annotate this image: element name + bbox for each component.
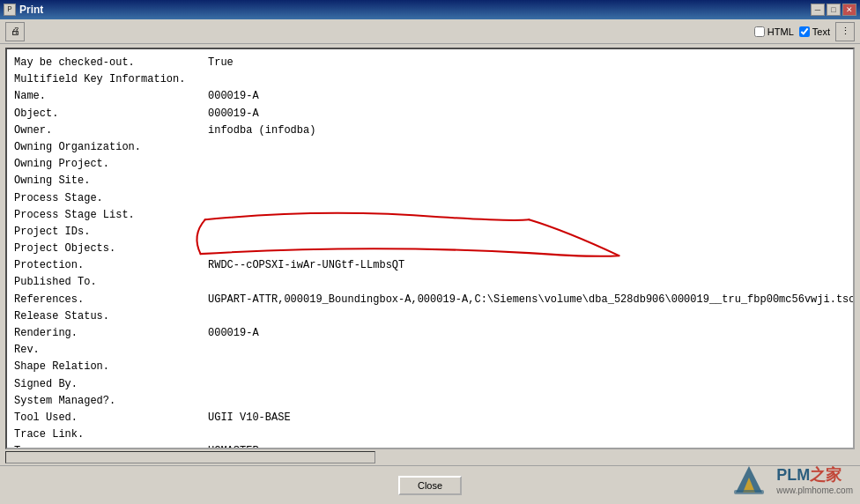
prop-value: UGPART-ATTR,000019_Boundingbox-A,000019-…	[208, 292, 853, 308]
prop-name: Protection.	[14, 257, 208, 274]
table-row: Rev.	[14, 342, 846, 359]
table-row: Multifield Key Information.	[14, 71, 846, 88]
table-row: Tool Used. UGII V10-BASE	[14, 410, 846, 426]
prop-name: Owner.	[14, 122, 208, 139]
table-row: References. UGPART-ATTR,000019_Boundingb…	[14, 292, 846, 308]
prop-name: Rendering.	[14, 325, 208, 342]
window-controls[interactable]: ─ □ ✕	[811, 4, 856, 16]
maximize-button[interactable]: □	[827, 4, 841, 16]
prop-name: Shape Relation.	[14, 359, 208, 375]
prop-name: Project IDs.	[14, 224, 208, 241]
table-row: Rendering. 000019-A	[14, 325, 846, 342]
prop-name: Process Stage List.	[14, 207, 208, 224]
html-checkbox-item: HTML	[754, 26, 794, 37]
prop-value: 000019-A	[208, 106, 259, 122]
window-title: Print	[19, 4, 43, 16]
table-row: Process Stage.	[14, 190, 846, 207]
prop-value: UGMASTER	[208, 443, 259, 448]
text-checkbox[interactable]	[799, 26, 810, 37]
toolbar-left: 🖨	[5, 22, 25, 41]
prop-name: Owning Organization.	[14, 139, 208, 156]
prop-value: 000019-A	[208, 325, 259, 342]
prop-name: Object.	[14, 106, 208, 122]
options-icon[interactable]: ⋮	[835, 22, 855, 41]
table-row: Owner. infodba (infodba)	[14, 122, 846, 139]
table-row: Owning Site.	[14, 173, 846, 189]
prop-name: Rev.	[14, 342, 208, 359]
toolbar: 🖨 HTML Text ⋮	[0, 19, 860, 44]
prop-value: 000019-A	[208, 88, 259, 105]
table-row: Type. UGMASTER	[14, 443, 846, 448]
minimize-button[interactable]: ─	[811, 4, 825, 16]
prop-name: Type.	[14, 443, 208, 448]
table-row: Trace Link.	[14, 426, 846, 443]
watermark-text: PLM之家 www.plmhome.com	[776, 464, 853, 495]
table-row: Protection. RWDC--cOPSXI-iwAr-UNGtf-LLmb…	[14, 257, 846, 274]
prop-name: Multifield Key Information.	[14, 71, 208, 88]
prop-name: System Managed?.	[14, 393, 208, 410]
app-icon: P	[4, 4, 16, 16]
main-content: May be checked-out. TrueMultifield Key I…	[0, 44, 860, 465]
watermark-title: PLM之家	[776, 464, 841, 485]
table-row: Shape Relation.	[14, 359, 846, 375]
prop-value: RWDC--cOPSXI-iwAr-UNGtf-LLmbsQT	[208, 257, 404, 274]
table-row: System Managed?.	[14, 393, 846, 410]
window-close-button[interactable]: ✕	[842, 4, 856, 16]
html-checkbox[interactable]	[754, 26, 765, 37]
watermark: PLM之家 www.plmhome.com	[727, 462, 853, 497]
table-row: Name. 000019-A	[14, 88, 846, 105]
horizontal-scrollbar[interactable]	[5, 451, 375, 463]
watermark-home: 之家	[810, 466, 841, 484]
text-checkbox-item: Text	[799, 26, 830, 37]
table-row: Owning Project.	[14, 156, 846, 173]
table-row: Project Objects.	[14, 241, 846, 257]
watermark-url: www.plmhome.com	[776, 485, 853, 495]
table-row: Signed By.	[14, 376, 846, 393]
watermark-logo-icon	[727, 462, 771, 497]
table-row: Published To.	[14, 274, 846, 291]
scroll-area[interactable]: May be checked-out. TrueMultifield Key I…	[5, 48, 855, 449]
prop-name: Published To.	[14, 274, 208, 291]
table-row: Release Status.	[14, 308, 846, 325]
prop-name: Process Stage.	[14, 190, 208, 207]
prop-name: Tool Used.	[14, 410, 208, 426]
prop-name: Release Status.	[14, 308, 208, 325]
prop-value: True	[208, 55, 234, 71]
html-label[interactable]: HTML	[767, 26, 794, 37]
prop-value: UGII V10-BASE	[208, 410, 291, 426]
prop-name: References.	[14, 292, 208, 308]
title-bar: P Print ─ □ ✕	[0, 0, 860, 19]
watermark-plm: PLM	[776, 466, 810, 484]
prop-name: Owning Site.	[14, 173, 208, 189]
text-label[interactable]: Text	[812, 26, 830, 37]
table-row: Project IDs.	[14, 224, 846, 241]
svg-rect-2	[734, 490, 764, 494]
printer-icon[interactable]: 🖨	[5, 22, 25, 41]
table-row: Object. 000019-A	[14, 106, 846, 122]
prop-value: infodba (infodba)	[208, 122, 315, 139]
prop-name: Signed By.	[14, 376, 208, 393]
prop-name: Owning Project.	[14, 156, 208, 173]
table-row: Process Stage List.	[14, 207, 846, 224]
content-text[interactable]: May be checked-out. TrueMultifield Key I…	[7, 49, 853, 448]
title-bar-left: P Print	[4, 4, 43, 16]
table-row: Owning Organization.	[14, 139, 846, 156]
close-button[interactable]: Close	[398, 476, 462, 495]
prop-name: Trace Link.	[14, 426, 208, 443]
prop-name: May be checked-out.	[14, 55, 208, 71]
table-row: May be checked-out. True	[14, 55, 846, 71]
toolbar-right: HTML Text ⋮	[754, 22, 855, 41]
prop-name: Name.	[14, 88, 208, 105]
prop-name: Project Objects.	[14, 241, 208, 257]
